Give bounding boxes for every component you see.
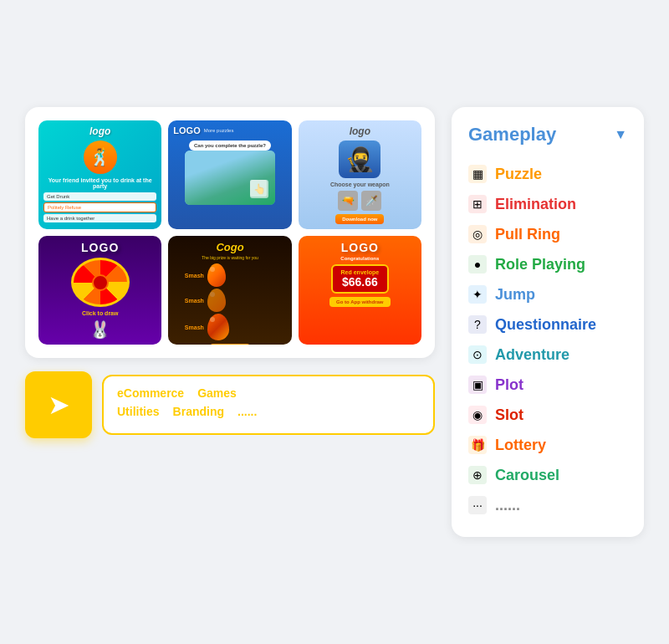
- menu-item-questionnaire[interactable]: ? Questionnaire: [468, 309, 627, 340]
- menu-item-jump[interactable]: ✦ Jump: [468, 279, 627, 309]
- cat-branding[interactable]: Branding: [173, 405, 224, 418]
- cursor-icon: ➤: [48, 389, 70, 421]
- thumb6-goto[interactable]: Go to App withdraw: [329, 297, 390, 307]
- bottom-card: ➤ eCommerce Games Utilities Branding ...…: [25, 371, 435, 438]
- thumb3-download[interactable]: Download now: [335, 214, 384, 224]
- game-thumb-drink[interactable]: logo 🕺 Your friend invited you to drink …: [38, 120, 161, 229]
- thumb1-choices: Get Drunk Politely Refuse Have a drink t…: [43, 192, 156, 222]
- menu-label-pull-ring: Pull Ring: [495, 226, 560, 243]
- thumb3-logo: logo: [350, 125, 370, 137]
- egg-3: [207, 314, 229, 340]
- thumb2-header: LOGO More puzzles: [173, 125, 286, 135]
- thumb2-bubble: Can you complete the puzzle?: [189, 141, 271, 151]
- menu-item-plot[interactable]: ▣ Plot: [468, 370, 627, 400]
- cat-utilities[interactable]: Utilities: [117, 405, 160, 418]
- menu-item-carousel[interactable]: ⊕ Carousel: [468, 460, 627, 490]
- thumb2-puzzle-image: 👆: [185, 151, 275, 205]
- spin-center: [92, 274, 109, 291]
- menu-label-puzzle: Puzzle: [495, 166, 542, 183]
- menu-label-lottery: Lottery: [495, 437, 546, 454]
- role-playing-icon: ●: [468, 255, 487, 273]
- thumb5-download[interactable]: Download: [210, 344, 251, 345]
- thumb5-cogo: Cogo: [216, 241, 243, 253]
- pull-ring-icon: ◎: [468, 225, 487, 243]
- left-panel: logo 🕺 Your friend invited you to drink …: [25, 107, 435, 537]
- puzzle-icon: ▦: [468, 165, 487, 183]
- thumb4-logo: LOGO: [81, 241, 119, 254]
- menu-item-elimination[interactable]: ⊞ Elimination: [468, 189, 627, 219]
- egg-2: [207, 289, 226, 312]
- thumb6-amount: $66.66: [341, 275, 380, 289]
- menu-item-pull-ring[interactable]: ◎ Pull Ring: [468, 219, 627, 249]
- categories-row-2: Utilities Branding ......: [117, 405, 420, 418]
- thumb3-choose: Choose your weapon: [330, 181, 390, 187]
- menu-label-adventure: Adventure: [495, 346, 569, 364]
- thumb6-env-label: Red envelope: [341, 269, 380, 275]
- elimination-icon: ⊞: [468, 195, 487, 213]
- game-grid: logo 🕺 Your friend invited you to drink …: [38, 120, 421, 345]
- smash1: Smash: [185, 273, 204, 279]
- menu-label-questionnaire: Questionnaire: [495, 316, 596, 334]
- egg-1: [207, 263, 226, 287]
- menu-item-adventure[interactable]: ⊙ Adventure: [468, 340, 627, 370]
- menu-list: ▦ Puzzle ⊞ Elimination ◎ Pull Ring ● Rol…: [468, 159, 627, 520]
- menu-item-more[interactable]: ··· ......: [468, 490, 627, 520]
- gameplay-title: Gameplay: [468, 124, 556, 146]
- smash2: Smash: [185, 298, 204, 304]
- game-thumb-puzzle[interactable]: LOGO More puzzles Can you complete the p…: [168, 120, 291, 229]
- menu-label-jump: Jump: [495, 286, 535, 304]
- menu-item-slot[interactable]: ◉ Slot: [468, 400, 627, 430]
- thumb2-logo: LOGO: [173, 125, 200, 135]
- gameplay-header: Gameplay ▼: [468, 124, 627, 146]
- menu-item-puzzle[interactable]: ▦ Puzzle: [468, 159, 627, 189]
- choice-get-drunk[interactable]: Get Drunk: [43, 192, 156, 201]
- menu-label-carousel: Carousel: [495, 467, 559, 484]
- categories-card: eCommerce Games Utilities Branding .....…: [102, 375, 435, 435]
- thumb5-eggs: Smash Smash Smash: [173, 263, 286, 340]
- egg-row-1: Smash: [185, 263, 275, 287]
- menu-item-role-playing[interactable]: ● Role Playing: [468, 249, 627, 279]
- slot-icon: ◉: [468, 406, 487, 424]
- right-panel: Gameplay ▼ ▦ Puzzle ⊞ Elimination ◎ Pull…: [452, 107, 644, 537]
- yellow-cursor-button[interactable]: ➤: [25, 371, 92, 438]
- thumb5-prize: The big prize is waiting for you: [202, 255, 258, 260]
- choice-drink-together[interactable]: Have a drink together: [43, 214, 156, 222]
- game-grid-card: logo 🕺 Your friend invited you to drink …: [25, 107, 435, 358]
- choice-refuse[interactable]: Politely Refuse: [43, 202, 156, 212]
- menu-label-more: ......: [495, 497, 520, 514]
- egg-row-2: Smash: [185, 289, 275, 312]
- cat-games[interactable]: Games: [197, 386, 237, 400]
- thumb1-character: 🕺: [84, 141, 117, 174]
- menu-item-lottery[interactable]: 🎁 Lottery: [468, 430, 627, 460]
- egg-row-3: Smash: [185, 314, 275, 340]
- thumb4-wheel: [71, 258, 130, 307]
- game-thumb-spin[interactable]: LOGO Click to draw 🐰: [38, 236, 161, 345]
- game-thumb-smash[interactable]: Cogo The big prize is waiting for you Sm…: [168, 236, 291, 345]
- game-thumb-envelope[interactable]: LOGO Congratulations Red envelope $66.66…: [299, 236, 421, 345]
- carousel-icon: ⊕: [468, 466, 487, 484]
- cat-more[interactable]: ......: [237, 405, 257, 418]
- categories-row-1: eCommerce Games: [117, 386, 420, 400]
- questionnaire-icon: ?: [468, 315, 487, 334]
- smash3: Smash: [185, 325, 204, 330]
- thumb6-congrats: Congratulations: [340, 256, 379, 261]
- lottery-icon: 🎁: [468, 436, 487, 454]
- game-thumb-character[interactable]: logo 🥷 Choose your weapon 🔫 🗡️ Download …: [299, 120, 421, 229]
- thumb6-logo: LOGO: [341, 241, 379, 254]
- dropdown-arrow-icon[interactable]: ▼: [614, 127, 627, 142]
- thumb6-envelope: Red envelope $66.66: [331, 264, 390, 294]
- menu-label-elimination: Elimination: [495, 196, 576, 213]
- adventure-icon: ⊙: [468, 345, 487, 364]
- menu-label-slot: Slot: [495, 406, 523, 424]
- jump-icon: ✦: [468, 285, 487, 304]
- plot-icon: ▣: [468, 376, 487, 394]
- thumb1-logo: logo: [89, 125, 110, 137]
- thumb3-figure: 🥷: [339, 141, 380, 178]
- thumb1-invite: Your friend invited you to drink at the …: [43, 177, 156, 189]
- thumb2-more[interactable]: More puzzles: [204, 128, 234, 133]
- more-icon: ···: [468, 496, 487, 514]
- menu-label-role-playing: Role Playing: [495, 256, 585, 273]
- cat-ecommerce[interactable]: eCommerce: [117, 386, 184, 400]
- menu-label-plot: Plot: [495, 376, 523, 394]
- thumb4-click[interactable]: Click to draw: [82, 310, 119, 316]
